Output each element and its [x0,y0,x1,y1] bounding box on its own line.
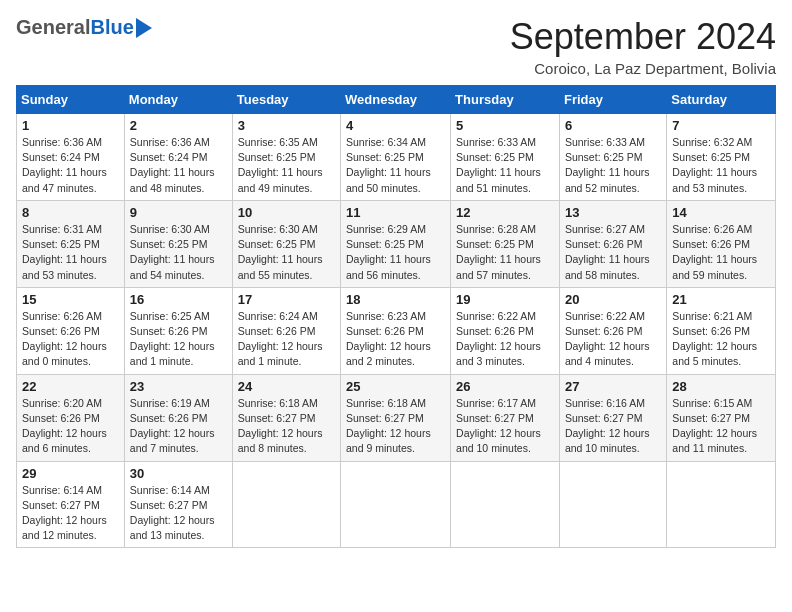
day-info: Sunrise: 6:33 AMSunset: 6:25 PMDaylight:… [456,135,554,196]
weekday-header-saturday: Saturday [667,86,776,114]
day-info: Sunrise: 6:33 AMSunset: 6:25 PMDaylight:… [565,135,661,196]
day-info: Sunrise: 6:20 AMSunset: 6:26 PMDaylight:… [22,396,119,457]
day-info: Sunrise: 6:18 AMSunset: 6:27 PMDaylight:… [346,396,445,457]
calendar-week-4: 22Sunrise: 6:20 AMSunset: 6:26 PMDayligh… [17,374,776,461]
calendar-cell: 2Sunrise: 6:36 AMSunset: 6:24 PMDaylight… [124,114,232,201]
day-number: 19 [456,292,554,307]
calendar-cell: 18Sunrise: 6:23 AMSunset: 6:26 PMDayligh… [341,287,451,374]
calendar-header: SundayMondayTuesdayWednesdayThursdayFrid… [17,86,776,114]
day-number: 2 [130,118,227,133]
day-number: 9 [130,205,227,220]
day-number: 17 [238,292,335,307]
calendar-cell: 30Sunrise: 6:14 AMSunset: 6:27 PMDayligh… [124,461,232,548]
calendar-cell: 16Sunrise: 6:25 AMSunset: 6:26 PMDayligh… [124,287,232,374]
weekday-header-tuesday: Tuesday [232,86,340,114]
calendar-cell: 28Sunrise: 6:15 AMSunset: 6:27 PMDayligh… [667,374,776,461]
day-number: 22 [22,379,119,394]
logo-general: General [16,16,90,39]
weekday-header-sunday: Sunday [17,86,125,114]
calendar-cell: 23Sunrise: 6:19 AMSunset: 6:26 PMDayligh… [124,374,232,461]
day-number: 20 [565,292,661,307]
day-info: Sunrise: 6:26 AMSunset: 6:26 PMDaylight:… [672,222,770,283]
calendar-cell: 19Sunrise: 6:22 AMSunset: 6:26 PMDayligh… [451,287,560,374]
day-info: Sunrise: 6:23 AMSunset: 6:26 PMDaylight:… [346,309,445,370]
calendar-cell [232,461,340,548]
day-number: 6 [565,118,661,133]
day-number: 4 [346,118,445,133]
day-number: 1 [22,118,119,133]
weekday-header-friday: Friday [559,86,666,114]
day-number: 16 [130,292,227,307]
day-info: Sunrise: 6:17 AMSunset: 6:27 PMDaylight:… [456,396,554,457]
day-info: Sunrise: 6:35 AMSunset: 6:25 PMDaylight:… [238,135,335,196]
weekday-header-thursday: Thursday [451,86,560,114]
calendar-cell: 22Sunrise: 6:20 AMSunset: 6:26 PMDayligh… [17,374,125,461]
day-info: Sunrise: 6:36 AMSunset: 6:24 PMDaylight:… [22,135,119,196]
day-number: 5 [456,118,554,133]
calendar-cell: 24Sunrise: 6:18 AMSunset: 6:27 PMDayligh… [232,374,340,461]
day-info: Sunrise: 6:29 AMSunset: 6:25 PMDaylight:… [346,222,445,283]
logo: General Blue [16,16,152,39]
day-number: 18 [346,292,445,307]
day-number: 25 [346,379,445,394]
day-info: Sunrise: 6:19 AMSunset: 6:26 PMDaylight:… [130,396,227,457]
day-info: Sunrise: 6:25 AMSunset: 6:26 PMDaylight:… [130,309,227,370]
calendar-cell: 13Sunrise: 6:27 AMSunset: 6:26 PMDayligh… [559,200,666,287]
day-number: 29 [22,466,119,481]
day-info: Sunrise: 6:26 AMSunset: 6:26 PMDaylight:… [22,309,119,370]
calendar-cell: 15Sunrise: 6:26 AMSunset: 6:26 PMDayligh… [17,287,125,374]
page-header: General Blue September 2024 Coroico, La … [16,16,776,77]
calendar-cell: 17Sunrise: 6:24 AMSunset: 6:26 PMDayligh… [232,287,340,374]
calendar-cell: 4Sunrise: 6:34 AMSunset: 6:25 PMDaylight… [341,114,451,201]
weekday-header-wednesday: Wednesday [341,86,451,114]
weekday-header-monday: Monday [124,86,232,114]
calendar-cell: 21Sunrise: 6:21 AMSunset: 6:26 PMDayligh… [667,287,776,374]
day-number: 28 [672,379,770,394]
calendar-cell: 12Sunrise: 6:28 AMSunset: 6:25 PMDayligh… [451,200,560,287]
day-info: Sunrise: 6:30 AMSunset: 6:25 PMDaylight:… [130,222,227,283]
calendar-cell: 25Sunrise: 6:18 AMSunset: 6:27 PMDayligh… [341,374,451,461]
day-number: 12 [456,205,554,220]
calendar-cell: 8Sunrise: 6:31 AMSunset: 6:25 PMDaylight… [17,200,125,287]
day-info: Sunrise: 6:15 AMSunset: 6:27 PMDaylight:… [672,396,770,457]
calendar-cell [559,461,666,548]
calendar-cell: 11Sunrise: 6:29 AMSunset: 6:25 PMDayligh… [341,200,451,287]
calendar-cell: 26Sunrise: 6:17 AMSunset: 6:27 PMDayligh… [451,374,560,461]
calendar-cell: 1Sunrise: 6:36 AMSunset: 6:24 PMDaylight… [17,114,125,201]
day-info: Sunrise: 6:18 AMSunset: 6:27 PMDaylight:… [238,396,335,457]
day-info: Sunrise: 6:24 AMSunset: 6:26 PMDaylight:… [238,309,335,370]
calendar-week-5: 29Sunrise: 6:14 AMSunset: 6:27 PMDayligh… [17,461,776,548]
calendar-body: 1Sunrise: 6:36 AMSunset: 6:24 PMDaylight… [17,114,776,548]
day-info: Sunrise: 6:32 AMSunset: 6:25 PMDaylight:… [672,135,770,196]
day-info: Sunrise: 6:21 AMSunset: 6:26 PMDaylight:… [672,309,770,370]
day-info: Sunrise: 6:31 AMSunset: 6:25 PMDaylight:… [22,222,119,283]
calendar-cell: 10Sunrise: 6:30 AMSunset: 6:25 PMDayligh… [232,200,340,287]
day-number: 8 [22,205,119,220]
weekday-row: SundayMondayTuesdayWednesdayThursdayFrid… [17,86,776,114]
day-number: 23 [130,379,227,394]
calendar-cell [341,461,451,548]
calendar-week-1: 1Sunrise: 6:36 AMSunset: 6:24 PMDaylight… [17,114,776,201]
day-number: 3 [238,118,335,133]
calendar-cell: 5Sunrise: 6:33 AMSunset: 6:25 PMDaylight… [451,114,560,201]
day-number: 10 [238,205,335,220]
calendar-cell: 20Sunrise: 6:22 AMSunset: 6:26 PMDayligh… [559,287,666,374]
day-info: Sunrise: 6:28 AMSunset: 6:25 PMDaylight:… [456,222,554,283]
day-info: Sunrise: 6:22 AMSunset: 6:26 PMDaylight:… [565,309,661,370]
day-number: 26 [456,379,554,394]
calendar-cell: 7Sunrise: 6:32 AMSunset: 6:25 PMDaylight… [667,114,776,201]
day-info: Sunrise: 6:14 AMSunset: 6:27 PMDaylight:… [22,483,119,544]
calendar-cell: 14Sunrise: 6:26 AMSunset: 6:26 PMDayligh… [667,200,776,287]
day-number: 30 [130,466,227,481]
day-number: 13 [565,205,661,220]
day-info: Sunrise: 6:16 AMSunset: 6:27 PMDaylight:… [565,396,661,457]
calendar-table: SundayMondayTuesdayWednesdayThursdayFrid… [16,85,776,548]
calendar-week-3: 15Sunrise: 6:26 AMSunset: 6:26 PMDayligh… [17,287,776,374]
month-title: September 2024 [510,16,776,58]
day-info: Sunrise: 6:14 AMSunset: 6:27 PMDaylight:… [130,483,227,544]
calendar-week-2: 8Sunrise: 6:31 AMSunset: 6:25 PMDaylight… [17,200,776,287]
day-number: 7 [672,118,770,133]
day-info: Sunrise: 6:36 AMSunset: 6:24 PMDaylight:… [130,135,227,196]
calendar-cell: 27Sunrise: 6:16 AMSunset: 6:27 PMDayligh… [559,374,666,461]
day-number: 24 [238,379,335,394]
